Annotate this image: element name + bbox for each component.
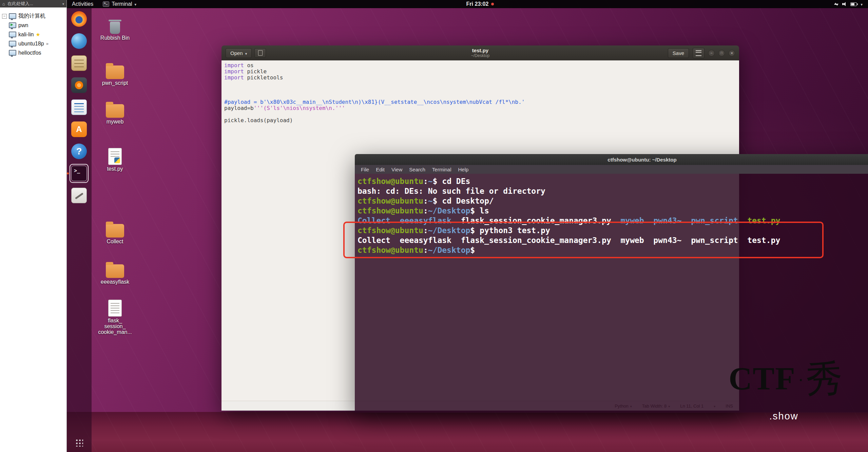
tree-expander-icon[interactable] [2, 14, 7, 19]
vm-tree-items: pwnkali-lin★ubuntu18p»helloctfos [2, 21, 64, 57]
vm-monitor-icon [9, 41, 16, 46]
desktop-icon-test.py[interactable]: test.py [96, 146, 134, 172]
running-indicator-dot [67, 172, 69, 174]
vm-monitor-icon [9, 32, 16, 37]
truncation-icon: » [46, 41, 49, 46]
file-icon-box [96, 15, 134, 34]
code-line: import pickle [224, 69, 739, 75]
new-document-button[interactable] [254, 48, 266, 58]
terminal-titlebar[interactable]: ctfshow@ubuntu: ~/Desktop [355, 154, 868, 165]
hamburger-menu-icon [696, 50, 701, 56]
trash-icon [109, 18, 121, 34]
maximize-button[interactable] [718, 50, 725, 56]
menu-file[interactable]: File [358, 167, 372, 172]
vm-item-helloctfos[interactable]: helloctfos [2, 48, 64, 57]
notification-dot-icon [491, 3, 494, 5]
terminal-line: ctfshow@ubuntu:~$ cd DEs [358, 176, 868, 186]
vm-item-pwn[interactable]: pwn [2, 21, 64, 30]
vm-search-bar[interactable]: ⌂ 在此处键入... ▾ [0, 0, 66, 7]
vm-item-kali-lin[interactable]: kali-lin★ [2, 30, 64, 39]
dock-icons [71, 11, 87, 209]
desktop-icon-flask_[interactable]: flask_ session_ cookie_man... [96, 298, 134, 335]
dock-item-help[interactable] [71, 143, 87, 159]
dock-item-ubuntu-software[interactable] [71, 121, 87, 137]
desktop-icons: Rubbish Binpwn_scriptmywebtest.pyCollect… [96, 0, 134, 452]
favorite-star-icon: ★ [36, 32, 40, 38]
code-line: payload=b'''(S'ls'\nios\nsystem\n.''' [224, 105, 739, 111]
code-line: #payload = b'\x80\x03c__main__\nStudent\… [224, 99, 739, 105]
folder-icon [106, 65, 124, 79]
close-button[interactable] [729, 50, 735, 56]
libreoffice-writer-icon [71, 99, 87, 115]
code-line [224, 87, 739, 93]
terminal-title: ctfshow@ubuntu: ~/Desktop [607, 157, 676, 163]
desktop-icon-label: Collect [96, 239, 134, 244]
dock-item-libreoffice-writer[interactable] [71, 99, 87, 115]
document-title: test.py [471, 48, 489, 54]
terminal-icon [71, 166, 87, 181]
desktop-icon-Collect[interactable]: Collect [96, 219, 134, 244]
ubuntu-software-icon [71, 121, 87, 137]
menu-button[interactable] [693, 48, 705, 58]
code-line: import pickletools [224, 75, 739, 81]
folder-icon [106, 264, 124, 278]
menu-help[interactable]: Help [455, 167, 472, 172]
file-icon-box [96, 99, 134, 118]
computer-icon [9, 13, 16, 19]
code-line [224, 111, 739, 117]
dock-item-thunderbird[interactable] [71, 33, 87, 49]
chevron-down-icon [135, 1, 137, 7]
desktop-icon-eeeasyflask[interactable]: eeeasyflask [96, 259, 134, 285]
volume-icon [842, 2, 847, 6]
menu-view[interactable]: View [388, 167, 406, 172]
show-applications-icon[interactable] [75, 438, 83, 447]
vm-item-label: pwn [18, 22, 28, 29]
highlight-annotation [343, 222, 824, 258]
minimize-button[interactable] [708, 50, 715, 56]
vm-item-label: kali-lin [18, 32, 34, 38]
desktop-icon-Rubbish Bin[interactable]: Rubbish Bin [96, 15, 134, 41]
dock-item-terminal[interactable] [71, 165, 87, 182]
open-button[interactable]: Open [226, 48, 252, 58]
desktop-icon-label: Rubbish Bin [96, 35, 134, 41]
home-icon: ⌂ [2, 1, 5, 6]
desktop-root: Rubbish Binpwn_scriptmywebtest.pyCollect… [0, 0, 868, 452]
menu-edit[interactable]: Edit [372, 167, 388, 172]
dock-item-files[interactable] [71, 55, 87, 71]
clock-menu[interactable]: Fri 23:02 [466, 1, 494, 7]
clock-label: Fri 23:02 [466, 1, 489, 7]
vm-tree-root[interactable]: 我的计算机 [2, 12, 64, 21]
desktop-icon-pwn_script[interactable]: pwn_script [96, 60, 134, 86]
dock-item-text-editor[interactable] [71, 187, 87, 204]
app-menu[interactable]: Terminal [103, 1, 136, 7]
save-button[interactable]: Save [668, 48, 689, 58]
vm-monitor-icon [9, 22, 16, 28]
watermark-subtext: .show [769, 411, 843, 422]
chevron-down-icon: ▾ [62, 2, 64, 6]
terminal-app-icon [103, 1, 109, 7]
new-document-icon [258, 50, 263, 56]
file-icon-box [96, 298, 134, 317]
activities-button[interactable]: Activities [72, 1, 93, 7]
firefox-icon [71, 11, 87, 27]
thunderbird-icon [71, 33, 87, 49]
dock [66, 8, 92, 452]
menu-terminal[interactable]: Terminal [429, 167, 455, 172]
vm-item-ubuntu18p[interactable]: ubuntu18p» [2, 39, 64, 48]
terminal-line: ctfshow@ubuntu:~$ cd Desktop/ [358, 196, 868, 206]
desktop-icon-label: eeeasyflask [96, 279, 134, 285]
text-file-icon [108, 300, 122, 317]
watermark-cjk-character: 秀 [805, 359, 844, 398]
menu-search[interactable]: Search [406, 167, 429, 172]
watermark-dot: · [798, 370, 804, 388]
vm-root-label: 我的计算机 [18, 13, 45, 20]
document-path: ~/Desktop [471, 54, 489, 58]
save-button-label: Save [673, 50, 684, 56]
top-bar: Activities Terminal Fri 23:02 [66, 0, 868, 8]
dock-item-firefox[interactable] [71, 11, 87, 27]
folder-icon [106, 224, 124, 238]
dock-item-rhythmbox[interactable] [71, 77, 87, 93]
system-tray[interactable] [834, 1, 863, 7]
desktop-icon-myweb[interactable]: myweb [96, 99, 134, 125]
gedit-headerbar[interactable]: Open test.py ~/Desktop Save [221, 45, 739, 60]
